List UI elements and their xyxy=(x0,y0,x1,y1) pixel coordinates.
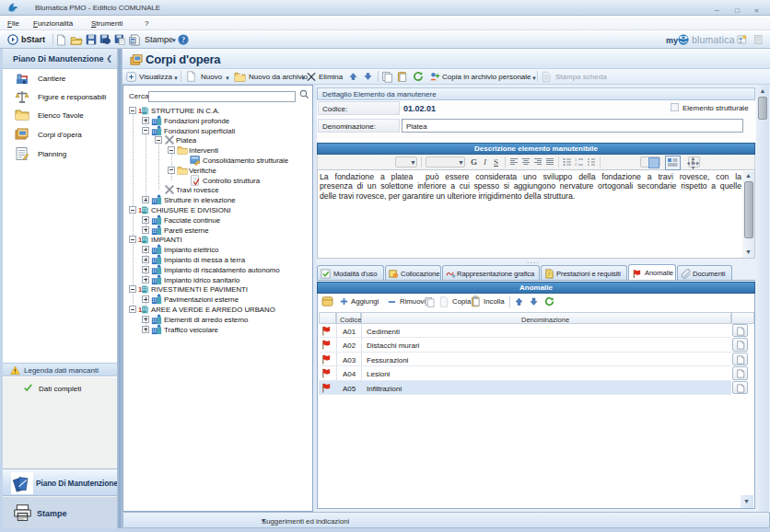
svg-text:1: 1 xyxy=(138,107,143,115)
svg-text:1: 1 xyxy=(138,236,143,244)
svg-text:1: 1 xyxy=(138,206,143,214)
svg-text:?: ? xyxy=(181,36,185,44)
svg-text:1: 1 xyxy=(575,157,578,162)
svg-text:2: 2 xyxy=(575,162,578,167)
svg-text:1: 1 xyxy=(138,285,143,294)
svg-text:1: 1 xyxy=(138,306,143,314)
